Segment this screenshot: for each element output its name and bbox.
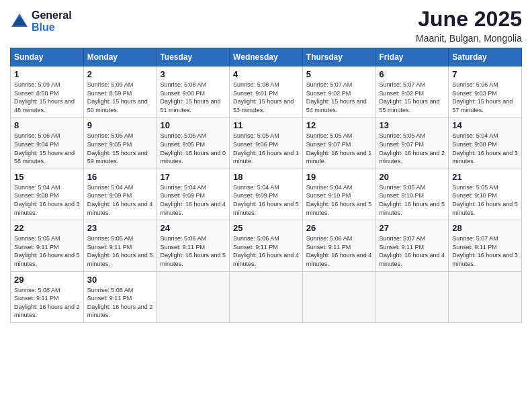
header-saturday: Saturday xyxy=(449,48,522,66)
header-sunday: Sunday xyxy=(11,48,84,66)
calendar-week-5: 29 Sunrise: 5:08 AMSunset: 9:11 PMDaylig… xyxy=(11,271,522,322)
day-26: 26 Sunrise: 5:06 AMSunset: 9:11 PMDaylig… xyxy=(302,220,375,271)
page-header: General Blue June 2025 Maanit, Bulgan, M… xyxy=(10,7,522,44)
calendar-week-1: 1 Sunrise: 5:09 AMSunset: 8:58 PMDayligh… xyxy=(11,66,522,118)
calendar-week-4: 22 Sunrise: 5:05 AMSunset: 9:11 PMDaylig… xyxy=(11,220,522,271)
empty-cell-1 xyxy=(157,271,230,322)
day-4: 4 Sunrise: 5:08 AMSunset: 9:01 PMDayligh… xyxy=(230,66,303,118)
calendar-header-row: Sunday Monday Tuesday Wednesday Thursday… xyxy=(11,48,522,66)
day-7: 7 Sunrise: 5:06 AMSunset: 9:03 PMDayligh… xyxy=(449,66,522,118)
day-15: 15 Sunrise: 5:04 AMSunset: 9:08 PMDaylig… xyxy=(11,169,84,220)
day-3: 3 Sunrise: 5:08 AMSunset: 9:00 PMDayligh… xyxy=(157,66,230,118)
logo: General Blue xyxy=(10,9,72,33)
day-6: 6 Sunrise: 5:07 AMSunset: 9:02 PMDayligh… xyxy=(375,66,449,118)
day-16: 16 Sunrise: 5:04 AMSunset: 9:09 PMDaylig… xyxy=(83,169,157,220)
day-22: 22 Sunrise: 5:05 AMSunset: 9:11 PMDaylig… xyxy=(11,220,84,271)
day-17: 17 Sunrise: 5:04 AMSunset: 9:09 PMDaylig… xyxy=(157,169,230,220)
day-1: 1 Sunrise: 5:09 AMSunset: 8:58 PMDayligh… xyxy=(11,66,84,118)
empty-cell-2 xyxy=(230,271,303,322)
day-10: 10 Sunrise: 5:05 AMSunset: 9:05 PMDaylig… xyxy=(157,118,230,169)
title-area: June 2025 Maanit, Bulgan, Mongolia xyxy=(416,7,522,44)
day-12: 12 Sunrise: 5:05 AMSunset: 9:07 PMDaylig… xyxy=(302,118,375,169)
month-title: June 2025 xyxy=(416,7,522,32)
header-tuesday: Tuesday xyxy=(157,48,230,66)
day-30: 30 Sunrise: 5:08 AMSunset: 9:11 PMDaylig… xyxy=(83,271,157,322)
day-5: 5 Sunrise: 5:07 AMSunset: 9:02 PMDayligh… xyxy=(302,66,375,118)
empty-cell-3 xyxy=(302,271,375,322)
day-9: 9 Sunrise: 5:05 AMSunset: 9:05 PMDayligh… xyxy=(83,118,157,169)
empty-cell-4 xyxy=(375,271,449,322)
day-27: 27 Sunrise: 5:07 AMSunset: 9:11 PMDaylig… xyxy=(375,220,449,271)
logo-icon xyxy=(10,12,29,31)
header-thursday: Thursday xyxy=(302,48,375,66)
logo-blue: Blue xyxy=(32,21,72,34)
svg-marker-1 xyxy=(13,16,26,26)
day-25: 25 Sunrise: 5:06 AMSunset: 9:11 PMDaylig… xyxy=(230,220,303,271)
day-24: 24 Sunrise: 5:06 AMSunset: 9:11 PMDaylig… xyxy=(157,220,230,271)
logo-text: General Blue xyxy=(32,9,72,33)
day-14: 14 Sunrise: 5:04 AMSunset: 9:08 PMDaylig… xyxy=(449,118,522,169)
day-19: 19 Sunrise: 5:04 AMSunset: 9:10 PMDaylig… xyxy=(302,169,375,220)
day-20: 20 Sunrise: 5:05 AMSunset: 9:10 PMDaylig… xyxy=(375,169,449,220)
logo-general: General xyxy=(32,9,72,21)
day-11: 11 Sunrise: 5:05 AMSunset: 9:06 PMDaylig… xyxy=(230,118,303,169)
calendar-week-3: 15 Sunrise: 5:04 AMSunset: 9:08 PMDaylig… xyxy=(11,169,522,220)
empty-cell-5 xyxy=(449,271,522,322)
day-2: 2 Sunrise: 5:09 AMSunset: 8:59 PMDayligh… xyxy=(83,66,157,118)
day-29: 29 Sunrise: 5:08 AMSunset: 9:11 PMDaylig… xyxy=(11,271,84,322)
day-28: 28 Sunrise: 5:07 AMSunset: 9:11 PMDaylig… xyxy=(449,220,522,271)
day-18: 18 Sunrise: 5:04 AMSunset: 9:09 PMDaylig… xyxy=(230,169,303,220)
calendar-table: Sunday Monday Tuesday Wednesday Thursday… xyxy=(10,48,522,323)
day-8: 8 Sunrise: 5:06 AMSunset: 9:04 PMDayligh… xyxy=(11,118,84,169)
header-wednesday: Wednesday xyxy=(230,48,303,66)
location-subtitle: Maanit, Bulgan, Mongolia xyxy=(416,33,522,44)
day-13: 13 Sunrise: 5:05 AMSunset: 9:07 PMDaylig… xyxy=(375,118,449,169)
header-monday: Monday xyxy=(83,48,157,66)
day-23: 23 Sunrise: 5:05 AMSunset: 9:11 PMDaylig… xyxy=(83,220,157,271)
header-friday: Friday xyxy=(375,48,449,66)
day-21: 21 Sunrise: 5:05 AMSunset: 9:10 PMDaylig… xyxy=(449,169,522,220)
calendar-week-2: 8 Sunrise: 5:06 AMSunset: 9:04 PMDayligh… xyxy=(11,118,522,169)
